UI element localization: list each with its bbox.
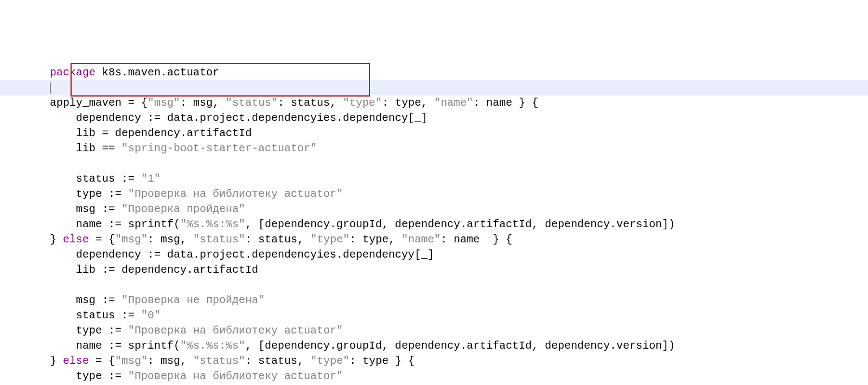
code-token: "type" (310, 355, 349, 367)
code-line-7[interactable]: status := "1" (0, 171, 868, 187)
code-token: = { (89, 355, 115, 367)
code-token: "0" (141, 309, 161, 322)
code-token: lib == (50, 142, 122, 155)
code-line-16[interactable]: status := "0" (0, 308, 868, 323)
code-token: : msg, (148, 233, 193, 246)
code-token: : type, (349, 233, 401, 246)
code-token: "msg" (148, 97, 180, 109)
code-line-4[interactable]: lib = dependency.artifactId (0, 126, 868, 141)
code-line-19[interactable]: } else = {"msg": msg, "status": status, … (0, 354, 868, 369)
code-line-20[interactable]: type := "Проверка на библиотеку actuator… (0, 369, 868, 384)
code-token: "type" (343, 97, 382, 109)
code-line-18[interactable]: name := sprintf("%s.%s:%s", [dependency.… (0, 338, 868, 354)
code-token: "Проверка пройдена" (122, 203, 245, 215)
code-line-5[interactable]: lib == "spring-boot-starter-actuator" (0, 141, 868, 156)
code-token: msg := (50, 294, 122, 306)
code-token: : status, (278, 97, 343, 109)
code-token: "name" (401, 233, 441, 246)
code-token: else (63, 233, 89, 246)
code-token: : msg, (180, 97, 226, 109)
code-token: k8s.maven.actuator (95, 66, 219, 79)
code-token: lib := dependency.artifactId (50, 264, 258, 276)
code-line-13[interactable]: lib := dependency.artifactId (0, 262, 868, 278)
code-token: name := sprintf( (50, 339, 180, 352)
code-line-12[interactable]: dependency := data.project.dependencyies… (0, 247, 868, 262)
code-token: = { (89, 233, 115, 246)
code-token: : name } { (441, 233, 512, 246)
code-line-8[interactable]: type := "Проверка на библиотеку actuator… (0, 187, 868, 202)
code-token: type := (50, 324, 128, 337)
code-line-2[interactable]: apply_maven = {"msg": msg, "status": sta… (0, 95, 868, 111)
code-token: "msg" (115, 233, 148, 246)
code-token: msg := (50, 203, 122, 215)
code-token: "Проверка на библиотеку actuator" (128, 188, 343, 200)
code-token: : status, (245, 355, 310, 367)
code-token: "Проверка на библиотеку actuator" (128, 324, 343, 337)
code-token: "spring-boot-starter-actuator" (122, 142, 317, 155)
code-editor[interactable]: package k8s.maven.actuator apply_maven =… (0, 61, 868, 385)
code-line-11[interactable]: } else = {"msg": msg, "status": status, … (0, 232, 868, 247)
code-token: "1" (141, 172, 161, 185)
code-token: : type, (382, 97, 434, 109)
code-line-10[interactable]: name := sprintf("%s.%s:%s", [dependency.… (0, 217, 868, 232)
code-token: else (63, 355, 89, 367)
code-token: : type } { (349, 355, 414, 367)
code-token: "Проверка не пройдена" (122, 294, 265, 306)
code-token: type := (50, 370, 128, 382)
code-token: , [dependency.groupId, dependency.artifa… (245, 218, 675, 230)
code-line-9[interactable]: msg := "Проверка пройдена" (0, 202, 868, 217)
code-token: "name" (434, 97, 473, 109)
code-token: } (50, 233, 63, 246)
code-token: status := (50, 309, 141, 322)
code-line-3[interactable]: dependency := data.project.dependencyies… (0, 111, 868, 126)
code-line-1[interactable] (0, 80, 868, 95)
code-token: "type" (310, 233, 349, 246)
code-token: dependency := data.project.dependencyies… (50, 112, 427, 124)
code-token: , [dependency.groupId, dependency.artifa… (245, 339, 675, 352)
code-token: name := sprintf( (50, 218, 180, 230)
code-token: package (50, 66, 95, 79)
code-token: lib = dependency.artifactId (50, 127, 252, 139)
code-line-6[interactable] (0, 156, 868, 171)
code-token: } (50, 355, 63, 367)
code-token: apply_maven = { (50, 97, 148, 109)
code-token: "%s.%s:%s" (180, 218, 245, 230)
code-token: "status" (226, 97, 278, 109)
code-token: type := (50, 188, 128, 200)
code-token: status := (50, 172, 141, 185)
code-token: dependency := data.project.dependencyies… (50, 248, 434, 261)
code-token: : name } { (473, 97, 538, 109)
code-line-0[interactable]: package k8s.maven.actuator (0, 65, 868, 80)
code-token: "%s.%s:%s" (180, 339, 245, 352)
code-token: "status" (193, 355, 245, 367)
code-token: "Проверка на библиотеку actuator" (128, 370, 343, 382)
code-token: "status" (193, 233, 245, 246)
code-line-14[interactable] (0, 278, 868, 293)
code-token: : msg, (148, 355, 193, 367)
code-token: "msg" (115, 355, 148, 367)
code-token: : status, (245, 233, 310, 246)
code-line-17[interactable]: type := "Проверка на библиотеку actuator… (0, 323, 868, 338)
code-line-15[interactable]: msg := "Проверка не пройдена" (0, 293, 868, 308)
